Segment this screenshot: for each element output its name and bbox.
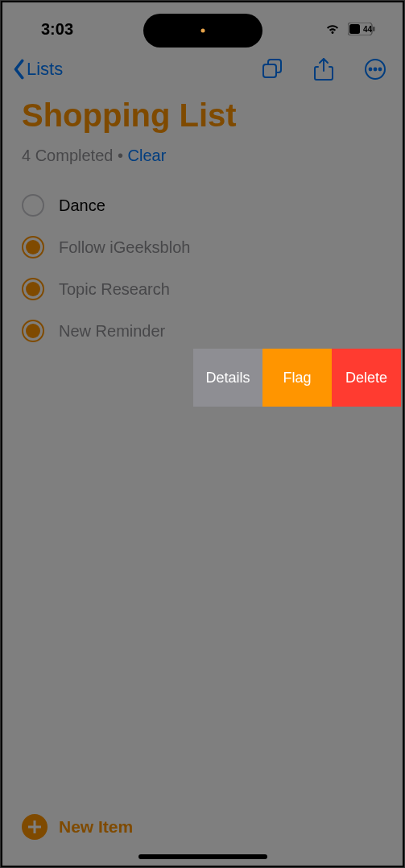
item-label: Follow iGeeksbloh (59, 238, 190, 257)
completed-count: 4 Completed (22, 147, 113, 164)
more-icon[interactable] (364, 57, 386, 81)
new-item-button[interactable]: New Item (22, 814, 133, 840)
item-label: Dance (59, 196, 105, 215)
svg-rect-4 (263, 64, 276, 77)
nav-bar: Lists (2, 46, 403, 88)
battery-icon: 44 (348, 23, 375, 35)
page-title: Shopping List (22, 97, 383, 134)
swipe-actions: Details Flag Delete (193, 349, 401, 407)
list-item[interactable]: Follow iGeeksbloh (22, 226, 383, 268)
svg-point-8 (379, 68, 382, 71)
home-indicator[interactable] (138, 854, 267, 859)
item-label: Topic Research (59, 280, 170, 299)
back-label: Lists (27, 59, 63, 80)
svg-rect-2 (373, 27, 375, 31)
svg-point-6 (370, 68, 372, 71)
plus-circle-icon (22, 814, 48, 840)
dynamic-island (143, 14, 262, 48)
list-item[interactable]: Dance (22, 184, 383, 226)
duplicate-icon[interactable] (261, 57, 283, 81)
swipe-details-button[interactable]: Details (193, 349, 262, 407)
list-item[interactable]: New Reminder (22, 310, 383, 352)
swipe-delete-button[interactable]: Delete (332, 349, 401, 407)
wifi-icon (324, 20, 341, 38)
list-item[interactable]: Topic Research (22, 268, 383, 310)
clear-button[interactable]: Clear (128, 147, 167, 164)
share-icon[interactable] (312, 57, 335, 81)
svg-text:44: 44 (363, 25, 373, 34)
status-time: 3:03 (41, 20, 73, 39)
swipe-flag-button[interactable]: Flag (262, 349, 332, 407)
checkbox-checked-icon[interactable] (22, 236, 44, 258)
chevron-left-icon (12, 59, 25, 80)
back-button[interactable]: Lists (12, 59, 63, 80)
item-label: New Reminder (59, 322, 165, 341)
checkbox-checked-icon[interactable] (22, 320, 44, 342)
completed-summary: 4 Completed • Clear (22, 147, 383, 165)
checkbox-empty-icon[interactable] (22, 194, 44, 217)
svg-point-7 (374, 68, 377, 71)
svg-rect-1 (349, 24, 360, 34)
checkbox-checked-icon[interactable] (22, 278, 44, 300)
new-item-label: New Item (59, 817, 133, 837)
